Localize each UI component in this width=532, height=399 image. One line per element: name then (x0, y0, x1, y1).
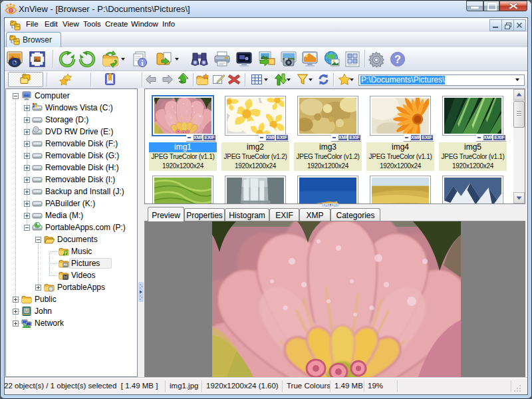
svg-text:?: ? (394, 54, 401, 65)
